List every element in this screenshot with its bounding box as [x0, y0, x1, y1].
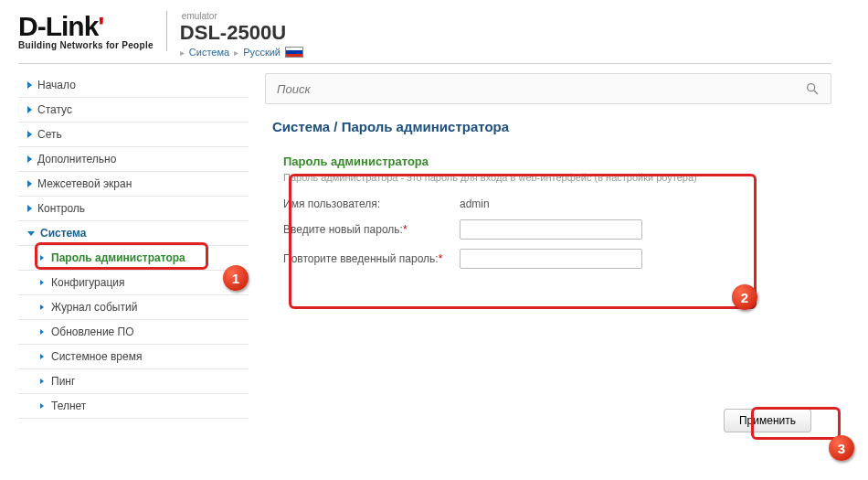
chevron-right-icon — [27, 155, 32, 163]
username-label: Имя пользователя: — [283, 197, 443, 210]
sidebar-item-home[interactable]: Начало — [18, 73, 249, 98]
chevron-right-icon — [40, 280, 44, 285]
form-row-newpw: Введите новый пароль:* — [283, 219, 813, 240]
sidebar-item-status[interactable]: Статус — [18, 98, 249, 123]
chevron-right-icon — [40, 354, 44, 359]
header-divider — [166, 11, 167, 51]
confirmpw-label: Повторите введенный пароль:* — [283, 252, 443, 265]
search-input[interactable] — [277, 82, 766, 96]
breadcrumb-item[interactable]: Русский — [243, 47, 281, 58]
brand-tagline: Building Networks for People — [18, 40, 153, 50]
svg-point-0 — [808, 84, 815, 91]
chevron-right-icon — [40, 379, 44, 384]
sidebar: Начало Статус Сеть Дополнительно Межсете… — [18, 73, 249, 443]
sidebar-item-ping[interactable]: Пинг — [18, 369, 249, 394]
panel-description: Пароль администратора - это пароль для в… — [283, 172, 813, 183]
chevron-right-icon — [40, 255, 44, 261]
panel-heading: Пароль администратора — [283, 155, 813, 168]
chevron-right-icon: ▸ — [180, 48, 185, 58]
chevron-right-icon — [40, 329, 44, 335]
search-icon[interactable] — [805, 81, 820, 96]
breadcrumb: ▸ Система ▸ Русский — [180, 47, 303, 58]
chevron-right-icon — [27, 205, 32, 212]
header: D-Link' Building Networks for People emu… — [18, 11, 831, 64]
sidebar-item-admin-password[interactable]: Пароль администратора — [18, 246, 249, 271]
model-block: emulator DSL-2500U ▸ Система ▸ Русский — [180, 11, 303, 58]
apply-button[interactable]: Применить — [724, 409, 811, 432]
chevron-right-icon — [27, 180, 32, 187]
chevron-right-icon — [27, 81, 32, 89]
sidebar-item-firmware[interactable]: Обновление ПО — [18, 320, 249, 345]
confirm-password-input[interactable] — [460, 249, 642, 269]
sidebar-item-system[interactable]: Система — [18, 221, 249, 246]
sidebar-item-control[interactable]: Контроль — [18, 197, 249, 221]
flag-ru-icon[interactable] — [285, 47, 303, 58]
form-row-confirmpw: Повторите введенный пароль:* — [283, 249, 813, 269]
emulator-label: emulator — [182, 11, 303, 21]
sidebar-item-firewall[interactable]: Межсетевой экран — [18, 172, 249, 197]
username-value: admin — [460, 197, 642, 210]
svg-line-1 — [814, 91, 818, 94]
page-title: Система / Пароль администратора — [272, 119, 824, 134]
sidebar-item-telnet[interactable]: Телнет — [18, 394, 249, 419]
sidebar-item-log[interactable]: Журнал событий — [18, 295, 249, 320]
breadcrumb-item[interactable]: Система — [189, 47, 229, 58]
new-password-input[interactable] — [460, 219, 642, 240]
content-panel: Пароль администратора Пароль администрат… — [272, 149, 824, 294]
main-panel: Система / Пароль администратора Пароль а… — [265, 73, 831, 443]
sidebar-item-advanced[interactable]: Дополнительно — [18, 147, 249, 172]
newpw-label: Введите новый пароль:* — [283, 223, 443, 236]
chevron-right-icon: ▸ — [234, 48, 238, 58]
chevron-down-icon — [27, 231, 35, 236]
chevron-right-icon — [27, 106, 32, 113]
sidebar-item-time[interactable]: Системное время — [18, 345, 249, 369]
model-name: DSL-2500U — [180, 21, 303, 45]
form-row-username: Имя пользователя: admin — [283, 197, 813, 210]
chevron-right-icon — [27, 131, 32, 138]
sidebar-item-config[interactable]: Конфигурация — [18, 271, 249, 295]
search-bar — [265, 73, 831, 104]
chevron-right-icon — [40, 304, 44, 310]
sidebar-item-network[interactable]: Сеть — [18, 123, 249, 147]
logo-block: D-Link' Building Networks for People — [18, 11, 153, 50]
chevron-right-icon — [40, 403, 44, 409]
brand-logo: D-Link' — [18, 11, 153, 42]
